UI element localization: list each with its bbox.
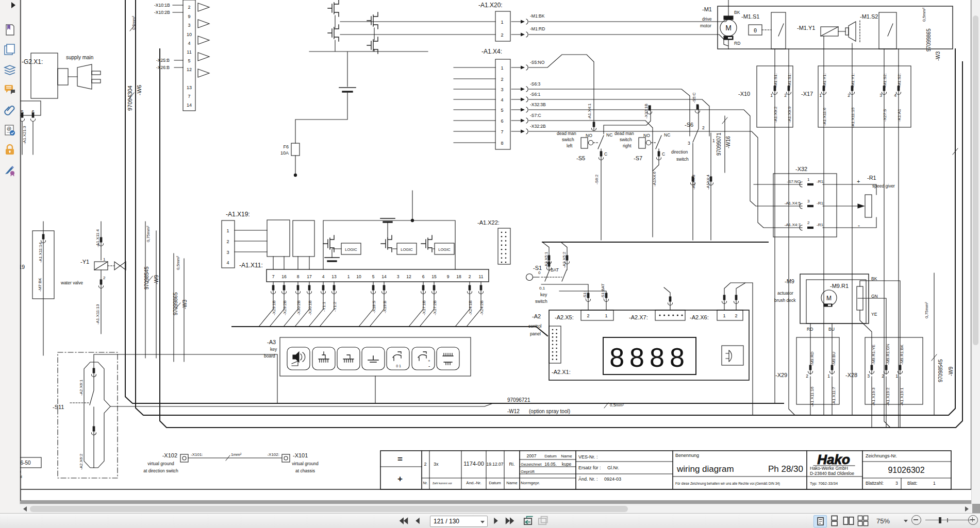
two-page-scroll-view-button[interactable] <box>857 515 869 526</box>
diagram-label: -X30:1B <box>308 300 312 315</box>
diagram-label: -X17:2B <box>433 300 437 315</box>
diagram-label: -W12 <box>507 408 520 414</box>
diagram-label: -M9:RD <box>810 351 815 366</box>
diagram-label: 1 <box>933 481 936 486</box>
diagram-label: -R1: <box>817 201 824 206</box>
zoom-out-button[interactable] <box>911 515 921 525</box>
diagram-label: control <box>528 323 542 329</box>
diagram-label: 6 <box>501 118 503 124</box>
diagram-label: 3 <box>879 93 882 98</box>
next-view-button[interactable] <box>536 515 549 526</box>
page-thumbnails-icon[interactable] <box>4 43 16 56</box>
diagram-label: BAT <box>551 267 559 272</box>
diagram-label: -X101 <box>293 452 308 458</box>
zoom-in-button[interactable] <box>968 515 978 525</box>
diagram-label: water valve <box>60 280 83 285</box>
horizontal-scrollbar-thumb[interactable] <box>30 506 628 512</box>
diagram-label: -M1.S1 <box>741 13 759 20</box>
page-number-field[interactable] <box>430 516 488 527</box>
diagram-label: -S7:NO <box>787 179 801 184</box>
scroll-right-icon[interactable] <box>965 506 969 512</box>
page-number-input[interactable] <box>430 516 478 526</box>
diagram-label: -M1.S2 <box>860 13 878 20</box>
diagram-label: -X10 <box>738 91 750 97</box>
diagram-label: 0,75mm² <box>924 302 929 318</box>
vertical-scrollbar-thumb[interactable] <box>973 15 978 345</box>
diagram-label: -A1.X11:4 <box>95 229 100 247</box>
diagram-label: 9 <box>447 274 450 279</box>
diagram-label: 8 <box>297 274 300 279</box>
previous-page-button[interactable] <box>412 515 423 526</box>
signatures-icon[interactable] <box>4 164 16 176</box>
diagram-label: -S5 <box>576 155 585 161</box>
diagram-label: -X102: <box>267 452 279 457</box>
layers-icon[interactable] <box>4 63 16 76</box>
diagram-label: Änd.-Nr. <box>466 481 481 485</box>
diagram-label: -X19:B <box>383 301 387 313</box>
diagram-label: -S1: <box>583 291 587 299</box>
diagram-label: 13 <box>187 85 192 90</box>
diagram-label: Ri. <box>509 462 515 467</box>
zoom-level-label[interactable]: 75% <box>876 517 890 525</box>
diagram-label: 2 <box>702 125 705 130</box>
diagram-label: 4 <box>501 97 503 103</box>
horizontal-scrollbar[interactable] <box>20 504 972 514</box>
diagram-label: 9 <box>188 14 190 19</box>
zoom-slider[interactable] <box>925 520 971 521</box>
diagram-label: -A2.X5: <box>555 314 574 320</box>
single-page-view-button[interactable] <box>813 515 827 527</box>
diagram-label: -X24:2B <box>479 300 484 315</box>
diagram-label: Nr. <box>423 481 428 485</box>
diagram-label: drive <box>702 16 712 22</box>
diagram-label: 2 <box>469 274 471 279</box>
zoom-dropdown-icon[interactable] <box>904 520 908 522</box>
diagram-label: 5 <box>21 109 23 114</box>
comments-icon[interactable] <box>4 83 16 96</box>
diagram-label: 3 <box>188 23 190 28</box>
diagram-label: motor <box>700 23 711 28</box>
diagram-label: 4 <box>894 93 896 98</box>
diagram-label: 2 <box>587 313 589 318</box>
first-page-button[interactable] <box>398 515 409 526</box>
acrobat-window: -X10:1B-X10:2B0,5mm²supply main-G2.X1:-X… <box>0 0 980 528</box>
expand-panel-icon[interactable] <box>11 2 15 8</box>
diagram-label: 0,1 <box>539 286 545 291</box>
diagram-label: -S5:NO <box>530 60 545 65</box>
diagram-label: -A1.X20: <box>478 2 503 9</box>
diagram-label: -A1.X11:16 <box>810 386 815 407</box>
scroll-left-icon[interactable] <box>23 506 27 512</box>
diagram-label: Für diese Zeichnung behalten wir uns all… <box>675 482 780 486</box>
page-dropdown-icon[interactable] <box>480 521 485 523</box>
diagram-label: -M1.S1: <box>773 73 778 88</box>
diagram-label: 97098545 <box>144 266 150 289</box>
diagram-label: -X26:B <box>156 65 170 70</box>
bookmarks-icon[interactable] <box>4 24 16 36</box>
diagram-label: -X32 <box>795 166 807 172</box>
diagram-label: 0,75mm² <box>146 226 151 242</box>
diagram-label: Name <box>561 454 572 458</box>
diagram-label: 1 <box>723 313 725 318</box>
two-page-view-button[interactable] <box>842 515 855 526</box>
diagram-label: NO <box>586 133 592 138</box>
diagram-label: 2 <box>784 93 787 98</box>
diagram-label: + <box>428 359 430 363</box>
attachments-icon[interactable] <box>4 104 16 116</box>
previous-view-button[interactable] <box>522 515 534 526</box>
diagram-label: -W9 <box>154 275 159 284</box>
security-icon[interactable] <box>4 144 16 156</box>
diagram-label: 1 <box>347 274 350 279</box>
diagram-label: 2 <box>226 239 229 244</box>
certificates-icon[interactable]: @ <box>4 124 16 137</box>
diagram-label: virtual ground <box>147 461 174 466</box>
diagram-label: GN <box>871 294 878 299</box>
zoom-slider-thumb[interactable] <box>939 517 941 523</box>
diagram-label: 14 <box>187 103 192 108</box>
diagram-label: 2 <box>103 276 106 280</box>
continuous-scroll-view-button[interactable] <box>828 515 840 526</box>
diagram-label: 19.12.07 <box>486 462 503 467</box>
next-page-button[interactable] <box>491 515 501 526</box>
vertical-scrollbar[interactable] <box>971 0 980 504</box>
last-page-button[interactable] <box>504 515 516 526</box>
diagram-label: -M9:BU <box>832 352 836 366</box>
diagram-label: θ <box>754 27 757 33</box>
